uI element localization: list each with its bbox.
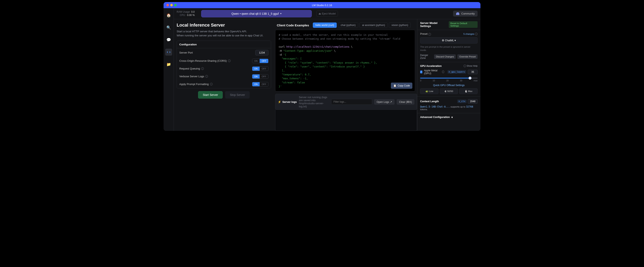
model-settings-panel: Server Model Settings Reset to Default S… (417, 19, 480, 131)
config-row-queue: Request Queuingi ONOFF (177, 65, 271, 72)
clipboard-icon: 📋 (393, 84, 396, 88)
info-icon[interactable]: i (210, 83, 212, 86)
gpu-header: GPU Acceleration (420, 64, 442, 68)
logs-output (275, 110, 417, 131)
info-icon[interactable]: i (201, 67, 204, 70)
slider-ticks: 0 10 20 30 max (420, 79, 478, 82)
config-row-verbose: Verbose Server Logsi ONOFF (177, 72, 271, 80)
code-example: # Load a model, start the server, and ru… (275, 30, 415, 92)
gpu-checkbox-label: Apple Metal (GPU) (424, 69, 440, 75)
chevron-down-icon: ▾ (452, 116, 453, 119)
tab-vision-python[interactable]: vision (python) (389, 22, 411, 28)
info-icon: i (475, 33, 478, 35)
config-row-cors: Cross-Origin-Resource-Sharing (CORS)i ON… (177, 57, 271, 65)
logs-title: ⚡ Server logs (278, 100, 297, 104)
model-name: Qwen • qwen chat q8 0 13B 1_5 gguf (232, 12, 279, 15)
eject-icon: ⏏ (318, 12, 321, 15)
copy-code-button[interactable]: 📋Copy Code (391, 82, 412, 89)
code-examples-panel: Client Code Examples hello world (curl) … (275, 19, 417, 92)
ctx-tag: n_ctx (457, 100, 466, 103)
danger-zone-label: Danger Zone (420, 54, 432, 60)
info-icon[interactable]: i (205, 75, 208, 78)
logs-filter-input[interactable] (331, 99, 372, 105)
tab-ai-assistant[interactable]: ai assistant (python) (360, 22, 388, 28)
quick-5050-button[interactable]: ◐ 50/50 (440, 88, 458, 94)
quick-max-button[interactable]: 🐇 Max (459, 88, 478, 94)
advanced-config-toggle[interactable]: Advanced Configuration ▾ (417, 113, 480, 121)
preset-section: Preset i 5 changes i ⚙ ChatML ▾ The pre-… (417, 30, 480, 62)
gpu-layers-input[interactable] (468, 70, 478, 74)
sidebar-item-chat[interactable]: 💬 (165, 36, 172, 43)
page-title: Local Inference Server (177, 22, 271, 28)
cors-toggle[interactable]: ONOFF (252, 59, 269, 63)
server-config-panel: Local Inference Server Start a local HTT… (174, 19, 274, 131)
tab-hello-world[interactable]: hello world (curl) (313, 22, 337, 28)
discard-changes-button[interactable]: Discard Changes (434, 54, 456, 59)
examples-header: Client Code Examples (277, 24, 309, 27)
quick-offload-title: Quick GPU Offload Settings (420, 84, 478, 87)
slider-thumb[interactable] (468, 77, 472, 80)
config-row-port: Server Port (177, 48, 271, 57)
clear-logs-button[interactable]: Clear (⌘K) (396, 99, 414, 105)
gpu-layers-tag: n_gpu_layers (448, 70, 466, 74)
gpu-checkbox[interactable]: ✓ (420, 70, 422, 74)
app-window: LM Studio 0.2.16 🏠 🔍 💬 📁 RAM Usage 0.0 C… (164, 2, 480, 131)
prompt-fmt-toggle[interactable]: ONOFF (252, 82, 269, 86)
resource-stats: RAM Usage 0.0 CPU: 0.00 % (177, 10, 195, 17)
sidebar: 🏠 🔍 💬 📁 (164, 8, 174, 131)
sidebar-item-search[interactable]: 🔍 (165, 24, 172, 31)
titlebar: LM Studio 0.2.16 (164, 2, 480, 8)
context-section: Context Length n_ctx Qwen1.5-14B-Chat-A.… (417, 97, 480, 113)
example-tabs: Client Code Examples hello world (curl) … (275, 21, 415, 30)
start-server-button[interactable]: Start Server (198, 91, 223, 98)
stop-server-button[interactable]: Stop Server (225, 91, 250, 98)
show-help-button[interactable]: iShow Help (464, 64, 478, 68)
window-title: LM Studio 0.2.16 (312, 4, 332, 7)
context-header: Context Length (420, 100, 439, 103)
page-subtitle: Start a local HTTP server that behaves l… (177, 30, 271, 38)
context-length-input[interactable] (468, 99, 478, 104)
server-logs-bar: ⚡ Server logs Server not running (logs a… (275, 94, 417, 110)
info-icon[interactable]: i (428, 33, 431, 36)
logs-status: Server not running (logs are saved into … (299, 96, 329, 108)
info-icon[interactable]: i (228, 60, 230, 62)
queue-toggle[interactable]: ONOFF (252, 66, 269, 71)
config-row-prompt-fmt: Apply Prompt Formattingi ONOFF (177, 80, 271, 88)
server-port-input[interactable] (255, 50, 268, 56)
gear-icon: ⚙ (442, 39, 444, 42)
close-window-button[interactable] (166, 4, 169, 6)
override-preset-button[interactable]: Override Preset (457, 54, 478, 59)
discord-icon (456, 12, 460, 15)
changes-count[interactable]: 5 changes i (464, 33, 478, 36)
open-logs-button[interactable]: Open Logs ↗ (374, 99, 394, 105)
topbar: RAM Usage 0.0 CPU: 0.00 % Qwen • qwen ch… (174, 8, 480, 19)
sidebar-item-server[interactable] (165, 49, 172, 56)
gpu-section: GPU Acceleration iShow Help ✓ Apple Meta… (417, 62, 480, 97)
preset-note: The pre-prompt in the preset is ignored … (420, 45, 478, 52)
info-icon[interactable]: i (442, 70, 444, 73)
tab-chat-python[interactable]: chat (python) (338, 22, 358, 28)
settings-header: Server Model Settings (420, 22, 449, 28)
context-note: Qwen1.5-14B-Chat-A... supports up to 327… (420, 105, 478, 110)
maximize-window-button[interactable] (174, 4, 177, 6)
server-icon (166, 50, 171, 54)
gpu-layers-slider[interactable] (420, 78, 478, 78)
eject-model-button[interactable]: ⏏ Eject Model (316, 11, 338, 16)
quick-low-button[interactable]: 🐢 Low (420, 88, 438, 94)
verbose-toggle[interactable]: ONOFF (252, 74, 269, 79)
window-controls (166, 4, 177, 6)
sidebar-item-home[interactable]: 🏠 (165, 12, 172, 19)
chevron-down-icon: ▾ (454, 39, 456, 42)
minimize-window-button[interactable] (170, 4, 173, 6)
community-button[interactable]: Community (453, 11, 478, 16)
model-selector[interactable]: Qwen • qwen chat q8 0 13B 1_5 gguf ▾ (201, 10, 312, 18)
reset-settings-button[interactable]: Reset to Default Settings (449, 21, 478, 28)
chevron-down-icon: ▾ (280, 12, 282, 15)
config-header: Configuration (177, 41, 271, 48)
sidebar-item-folder[interactable]: 📁 (165, 61, 172, 68)
preset-selector[interactable]: ⚙ ChatML ▾ (420, 37, 478, 44)
configuration-box: Configuration Server Port Cross-Origin-R… (177, 41, 271, 88)
activity-icon: ⚡ (278, 100, 281, 104)
